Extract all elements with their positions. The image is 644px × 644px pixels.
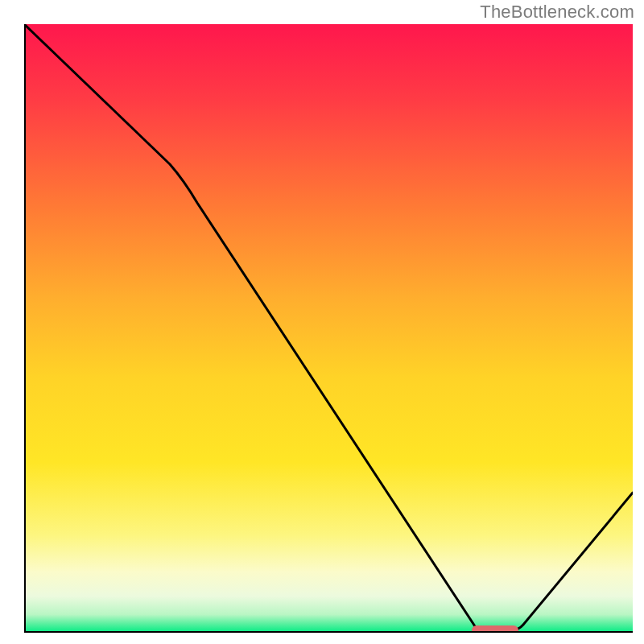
bottleneck-line-chart <box>24 24 633 633</box>
gradient-background <box>24 24 633 633</box>
chart-container: TheBottleneck.com <box>0 0 644 644</box>
attribution-text: TheBottleneck.com <box>480 2 634 23</box>
